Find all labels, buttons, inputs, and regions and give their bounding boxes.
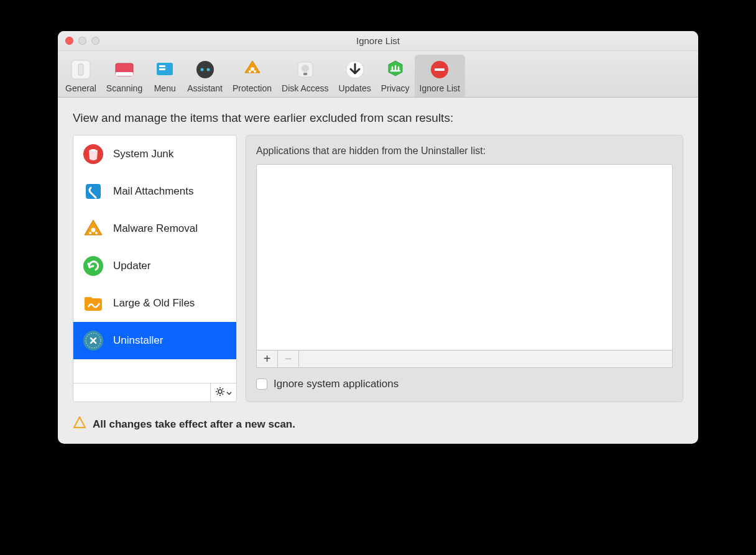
- toolbar-label: Updates: [339, 83, 371, 93]
- category-list: System Junk Mail Attachments Malware Rem…: [73, 135, 236, 383]
- svg-line-39: [223, 388, 224, 390]
- svg-point-25: [95, 232, 98, 234]
- window-title: Ignore List: [356, 35, 400, 46]
- svg-rect-1: [78, 64, 83, 75]
- svg-point-8: [200, 68, 203, 71]
- page-heading: View and manage the items that were earl…: [73, 111, 683, 125]
- svg-rect-22: [86, 184, 101, 199]
- toolbar-label: Menu: [154, 83, 176, 93]
- svg-rect-21: [91, 149, 95, 151]
- svg-point-7: [196, 61, 214, 78]
- tab-scanning[interactable]: Scanning: [101, 55, 147, 97]
- gear-icon: [215, 387, 225, 399]
- sidebar-footer: [73, 383, 236, 401]
- sidebar-item-updater[interactable]: Updater: [73, 247, 236, 285]
- chevron-down-icon: [226, 387, 232, 398]
- warning-icon: [73, 416, 86, 433]
- svg-rect-5: [159, 65, 165, 67]
- svg-point-31: [218, 390, 222, 393]
- svg-rect-19: [435, 68, 445, 71]
- updates-icon: [343, 57, 367, 82]
- sidebar-action-menu[interactable]: [210, 383, 236, 401]
- sidebar-item-label: Malware Removal: [113, 222, 198, 235]
- tab-ignore-list[interactable]: Ignore List: [415, 55, 465, 97]
- panels: System Junk Mail Attachments Malware Rem…: [73, 135, 683, 402]
- ignore-system-apps-checkbox[interactable]: [256, 378, 267, 390]
- sidebar-item-system-junk[interactable]: System Junk: [73, 135, 236, 173]
- svg-point-11: [249, 70, 251, 73]
- tab-disk-access[interactable]: Disk Access: [277, 55, 333, 97]
- preferences-window: Ignore List General Scanning Menu Assi: [58, 31, 698, 444]
- footer-text: All changes take effect after a new scan…: [93, 418, 295, 431]
- menu-icon: [152, 57, 177, 82]
- system-junk-icon: [82, 143, 104, 165]
- sidebar-item-malware-removal[interactable]: Malware Removal: [73, 210, 236, 247]
- large-old-files-icon: [82, 292, 104, 314]
- svg-rect-28: [85, 297, 92, 301]
- uninstaller-icon: [82, 329, 104, 352]
- remove-button[interactable]: −: [278, 351, 299, 367]
- svg-point-23: [91, 228, 96, 232]
- sidebar-item-label: Mail Attachments: [113, 185, 193, 198]
- toolbar-label: Ignore List: [420, 83, 460, 93]
- svg-line-38: [217, 393, 218, 395]
- toolbar-label: Protection: [233, 83, 272, 93]
- assistant-icon: [193, 57, 218, 82]
- scanning-icon: [112, 57, 137, 82]
- preferences-toolbar: General Scanning Menu Assistant Protecti: [58, 51, 698, 98]
- checkbox-label: Ignore system applications: [274, 378, 399, 390]
- toolbar-label: Scanning: [106, 83, 142, 93]
- svg-point-24: [89, 232, 91, 234]
- tab-protection[interactable]: Protection: [228, 55, 277, 97]
- tab-general[interactable]: General: [60, 55, 101, 97]
- toolbar-label: Disk Access: [282, 83, 328, 93]
- svg-point-9: [206, 68, 210, 71]
- svg-point-14: [302, 65, 309, 72]
- category-sidebar: System Junk Mail Attachments Malware Rem…: [73, 135, 237, 402]
- plus-icon: +: [264, 352, 271, 366]
- tab-updates[interactable]: Updates: [334, 55, 376, 97]
- svg-line-37: [223, 393, 224, 395]
- titlebar: Ignore List: [58, 31, 698, 51]
- updater-icon: [82, 255, 104, 277]
- close-button[interactable]: [65, 37, 73, 45]
- panel-subheading: Applications that are hidden from the Un…: [256, 145, 673, 157]
- svg-point-12: [254, 70, 256, 73]
- svg-rect-3: [116, 72, 133, 76]
- protection-icon: [240, 57, 265, 82]
- footer-note: All changes take effect after a new scan…: [73, 416, 683, 433]
- sidebar-item-label: Uninstaller: [113, 334, 163, 347]
- svg-rect-6: [159, 68, 165, 70]
- sidebar-item-mail-attachments[interactable]: Mail Attachments: [73, 173, 236, 210]
- tab-privacy[interactable]: Privacy: [376, 55, 415, 97]
- sidebar-item-label: Large & Old Files: [113, 297, 195, 310]
- ignored-apps-list[interactable]: [256, 164, 673, 351]
- general-icon: [68, 57, 93, 82]
- svg-point-10: [251, 67, 254, 71]
- ignore-list-icon: [427, 57, 452, 82]
- toolbar-label: Privacy: [381, 83, 410, 93]
- content-area: View and manage the items that were earl…: [58, 98, 698, 444]
- detail-panel: Applications that are hidden from the Un…: [246, 135, 683, 402]
- svg-line-36: [217, 388, 218, 390]
- mail-attachments-icon: [82, 180, 104, 203]
- ignore-system-apps-row[interactable]: Ignore system applications: [256, 378, 673, 390]
- traffic-lights: [65, 37, 99, 45]
- sidebar-item-label: Updater: [113, 260, 150, 272]
- sidebar-item-label: System Junk: [113, 148, 173, 160]
- privacy-icon: [383, 57, 408, 82]
- toolbar-label: Assistant: [187, 83, 223, 93]
- toolbar-label: General: [65, 83, 96, 93]
- sidebar-item-large-old-files[interactable]: Large & Old Files: [73, 285, 236, 322]
- minus-icon: −: [285, 352, 292, 366]
- malware-removal-icon: [82, 218, 104, 240]
- add-button[interactable]: +: [257, 351, 278, 367]
- tab-menu[interactable]: Menu: [147, 55, 182, 97]
- disk-access-icon: [293, 57, 318, 82]
- list-controls: + −: [256, 351, 673, 368]
- tab-assistant[interactable]: Assistant: [182, 55, 228, 97]
- sidebar-item-uninstaller[interactable]: Uninstaller: [73, 322, 236, 359]
- svg-rect-15: [303, 73, 307, 75]
- minimize-button[interactable]: [78, 37, 86, 45]
- zoom-button[interactable]: [91, 37, 99, 45]
